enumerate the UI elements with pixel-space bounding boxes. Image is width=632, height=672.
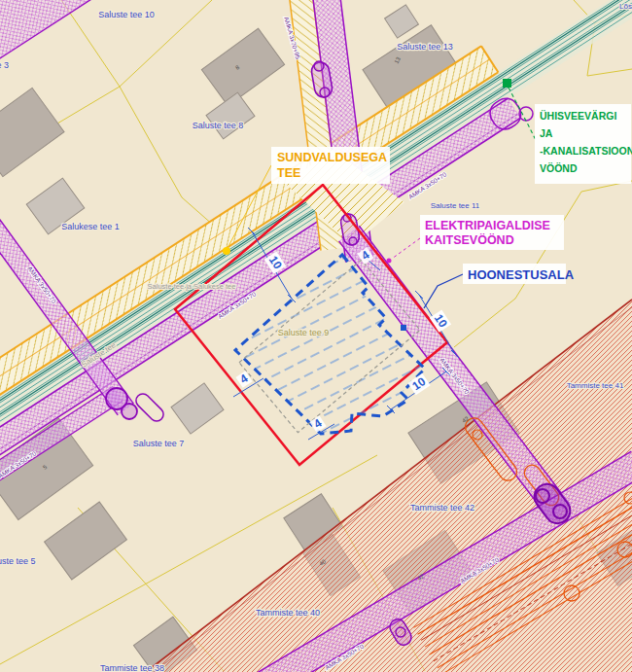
parcel-label-saluste3: Saluste tee 3 xyxy=(0,60,9,70)
parcel-label-saluste11: Saluste tee 11 xyxy=(431,201,480,210)
sundvaldusega-label-line1: SUNDVALDUSEGA xyxy=(277,151,387,164)
parcel-label-salukese1: Salukese tee 1 xyxy=(61,222,120,231)
parcel-label-saluste9: Saluste tee 9 xyxy=(278,328,330,337)
parcel-label-tammiste42: Tammiste tee 42 xyxy=(410,503,474,513)
electric-marker-dot xyxy=(387,259,392,264)
road-marker-dot xyxy=(223,247,230,255)
parcel-label-saluste5: Saluste tee 5 xyxy=(0,556,36,566)
parcel-label-tammiste38: Tammiste tee 38 xyxy=(100,663,164,672)
parcel-label-saluste8: Saluste tee 8 xyxy=(193,121,244,130)
parcel-label-tammiste40: Tammiste tee 40 xyxy=(256,608,320,618)
hoonestusala-label: HOONESTUSALA xyxy=(468,267,575,282)
parcel-label-tammiste41: Tammiste tee 41 xyxy=(567,381,624,390)
planning-map: 10 10 10 4 4 4 SUNDVALDUSEGA TEE ÜHISVEE… xyxy=(0,0,632,672)
water-zone-label-line1: ÜHISVEEVÄRGI xyxy=(540,110,616,122)
water-marker-square xyxy=(503,79,511,88)
water-zone-label-line2: JA xyxy=(540,127,553,139)
parcel-label-saluste7: Saluste tee 7 xyxy=(133,439,185,448)
water-zone-label-line3: -KANALISATSIOONI xyxy=(540,145,632,157)
electric-zone-label-line2: KAITSEVÖÖND xyxy=(425,232,514,247)
water-zone-label-line4: VÖÖND xyxy=(540,162,578,174)
blue-marker xyxy=(401,325,406,331)
map-canvas: 10 10 10 4 4 4 SUNDVALDUSEGA TEE ÜHISVEE… xyxy=(0,0,632,672)
road-label-combined: Saluste tee ja Salukese tee xyxy=(148,282,236,291)
sundvaldusega-label-line2: TEE xyxy=(277,166,300,180)
parcel-label-saluste10: Saluste tee 10 xyxy=(98,10,155,19)
electric-zone-label-line1: ELEKTRIPAIGALDISE xyxy=(425,219,550,232)
parcel-label-saluste13: Saluste tee 13 xyxy=(397,42,453,52)
parcel-label-corner: Lõst xyxy=(619,2,632,11)
